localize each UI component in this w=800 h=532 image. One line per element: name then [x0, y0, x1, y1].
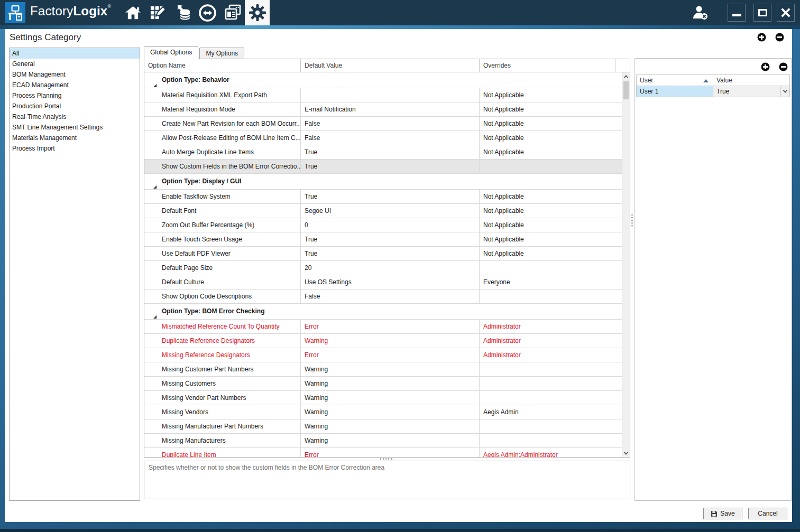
sidebar-item-materials-management[interactable]: Materials Management — [10, 133, 140, 143]
overrides-cell[interactable]: Not Applicable — [479, 131, 622, 145]
nav-settings-button[interactable] — [245, 0, 270, 25]
overrides-cell[interactable]: Not Applicable — [479, 218, 622, 232]
group-header-option-type-bom-error-checking[interactable]: ◢Option Type: BOM Error Checking — [144, 304, 622, 320]
group-header-option-type-display-gui[interactable]: ◢Option Type: Display / GUI — [144, 174, 622, 190]
overrides-cell[interactable]: Not Applicable — [479, 204, 622, 218]
default-value-cell[interactable]: 0 — [300, 218, 479, 232]
maximize-button[interactable] — [753, 4, 771, 22]
column-header-default-value[interactable]: Default Value — [300, 59, 479, 72]
option-name-cell[interactable]: Enable Taskflow System — [144, 190, 300, 203]
option-name-cell[interactable]: Material Requisition XML Export Path — [144, 88, 300, 102]
nav-data-import-button[interactable] — [170, 0, 195, 25]
option-name-cell[interactable]: Mismatched Reference Count To Quantity — [144, 320, 300, 333]
option-row-zoom-out-buffer-percentage[interactable]: Zoom Out Buffer Percentage (%)0Not Appli… — [144, 218, 622, 232]
option-row-missing-customer-part-numbers[interactable]: Missing Customer Part NumbersWarning — [144, 362, 622, 377]
default-value-cell[interactable] — [300, 88, 479, 102]
option-name-cell[interactable]: Zoom Out Buffer Percentage (%) — [144, 218, 300, 232]
option-row-missing-vendors[interactable]: Missing VendorsWarningAegis Admin — [144, 405, 622, 419]
option-row-use-default-pdf-viewer[interactable]: Use Default PDF ViewerTrueNot Applicable — [144, 247, 622, 261]
overrides-cell[interactable]: Not Applicable — [479, 232, 622, 246]
option-name-cell[interactable]: Duplicate Reference Designators — [144, 334, 300, 348]
option-row-missing-vendor-part-numbers[interactable]: Missing Vendor Part NumbersWarning — [144, 391, 622, 405]
scrollbar-thumb[interactable] — [623, 81, 629, 99]
default-value-cell[interactable]: True — [300, 145, 479, 159]
default-value-cell[interactable]: True — [300, 190, 479, 203]
default-value-cell[interactable]: E-mail Notification — [300, 102, 479, 116]
overrides-cell[interactable] — [479, 362, 622, 376]
user-override-row[interactable]: User 1 True — [636, 86, 790, 97]
option-name-cell[interactable]: Missing Manufacturers — [144, 434, 300, 447]
overrides-cell[interactable] — [479, 290, 622, 303]
option-name-cell[interactable]: Missing Vendor Part Numbers — [144, 391, 300, 405]
default-value-cell[interactable]: Warning — [300, 419, 479, 433]
remove-user-override-button[interactable] — [779, 62, 788, 71]
option-name-cell[interactable]: Allow Post-Release Editing of BOM Line I… — [144, 131, 300, 145]
default-value-cell[interactable]: Warning — [300, 377, 479, 390]
option-name-cell[interactable]: Show Custom Fields in the BOM Error Corr… — [144, 160, 300, 173]
sidebar-item-real-time-analysis[interactable]: Real-Time Analysis — [10, 111, 140, 122]
default-value-cell[interactable]: Warning — [300, 434, 479, 447]
default-value-cell[interactable]: False — [300, 131, 479, 145]
logout-user-button[interactable] — [691, 4, 709, 22]
option-name-cell[interactable]: Material Requisition Mode — [144, 102, 300, 116]
overrides-cell[interactable]: Administrator — [479, 334, 622, 348]
default-value-cell[interactable]: Warning — [300, 405, 479, 419]
option-name-cell[interactable]: Missing Reference Designators — [144, 348, 300, 362]
overrides-cell[interactable]: Not Applicable — [479, 145, 622, 159]
option-row-missing-reference-designators[interactable]: Missing Reference DesignatorsErrorAdmini… — [144, 348, 622, 362]
option-row-material-requisition-xml-export-path[interactable]: Material Requisition XML Export PathNot … — [144, 88, 622, 102]
overrides-cell[interactable]: Everyone — [479, 275, 622, 289]
default-value-cell[interactable]: True — [300, 160, 479, 173]
sidebar-item-all[interactable]: All — [10, 48, 140, 59]
minimize-button[interactable] — [728, 4, 746, 22]
nav-sync-button[interactable] — [195, 0, 220, 25]
sidebar-item-ecad-management[interactable]: ECAD Management — [10, 80, 140, 90]
option-name-cell[interactable]: Duplicate Line Item — [144, 448, 300, 457]
vertical-scrollbar[interactable] — [622, 72, 630, 457]
default-value-cell[interactable]: Use OS Settings — [300, 275, 479, 289]
default-value-cell[interactable]: Error — [300, 348, 479, 362]
option-row-duplicate-line-item[interactable]: Duplicate Line ItemErrorAegis Admin;Admi… — [144, 448, 622, 457]
default-value-cell[interactable]: Warning — [300, 391, 479, 405]
sidebar-item-smt-line-management-settings[interactable]: SMT Line Management Settings — [10, 122, 140, 133]
option-name-cell[interactable]: Missing Manufacturer Part Numbers — [144, 419, 300, 433]
overrides-cell[interactable] — [479, 419, 622, 433]
default-value-cell[interactable]: Error — [300, 448, 479, 457]
option-name-cell[interactable]: Missing Customer Part Numbers — [144, 362, 300, 376]
combobox-dropdown-button[interactable] — [780, 86, 789, 97]
option-name-cell[interactable]: Use Default PDF Viewer — [144, 247, 300, 260]
default-value-cell[interactable]: 20 — [300, 261, 479, 275]
option-row-mismatched-reference-count-to-quantity[interactable]: Mismatched Reference Count To QuantityEr… — [144, 320, 622, 334]
option-row-default-font[interactable]: Default FontSegoe UINot Applicable — [144, 204, 622, 218]
tab-my-options[interactable]: My Options — [199, 48, 244, 59]
add-user-override-button[interactable] — [761, 62, 770, 71]
sidebar-item-process-planning[interactable]: Process Planning — [10, 90, 140, 101]
overrides-cell[interactable]: Aegis Admin;Administrator — [479, 448, 622, 457]
group-expander-icon[interactable]: ◢ — [153, 78, 157, 93]
option-row-material-requisition-mode[interactable]: Material Requisition ModeE-mail Notifica… — [144, 102, 622, 117]
scroll-down-button[interactable] — [622, 449, 630, 457]
group-header-option-type-behavior[interactable]: ◢Option Type: Behavior — [144, 72, 622, 88]
nav-bom-edit-button[interactable] — [145, 0, 170, 25]
option-name-cell[interactable]: Default Page Size — [144, 261, 300, 275]
column-header-user[interactable]: User — [637, 75, 713, 86]
nav-reports-button[interactable] — [220, 0, 245, 25]
option-row-duplicate-reference-designators[interactable]: Duplicate Reference DesignatorsWarningAd… — [144, 334, 622, 348]
overrides-cell[interactable] — [479, 391, 622, 405]
cancel-button[interactable]: Cancel — [748, 508, 787, 519]
overrides-cell[interactable]: Not Applicable — [479, 117, 622, 130]
overrides-cell[interactable]: Not Applicable — [479, 102, 622, 116]
option-row-enable-taskflow-system[interactable]: Enable Taskflow SystemTrueNot Applicable — [144, 190, 622, 204]
add-override-button[interactable] — [757, 33, 766, 42]
column-header-option-name[interactable]: Option Name — [144, 59, 300, 72]
sidebar-item-bom-management[interactable]: BOM Management — [10, 69, 140, 80]
default-value-cell[interactable]: True — [300, 247, 479, 260]
option-row-show-option-code-descriptions[interactable]: Show Option Code DescriptionsFalse — [144, 290, 622, 304]
overrides-cell[interactable]: Not Applicable — [479, 88, 622, 102]
option-row-create-new-part-revision-for-each-bom-occurr[interactable]: Create New Part Revision for each BOM Oc… — [144, 117, 622, 131]
scroll-up-button[interactable] — [622, 72, 630, 80]
sidebar-item-production-portal[interactable]: Production Portal — [10, 101, 140, 111]
option-name-cell[interactable]: Default Font — [144, 204, 300, 218]
option-row-missing-manufacturer-part-numbers[interactable]: Missing Manufacturer Part NumbersWarning — [144, 419, 622, 434]
overrides-cell[interactable] — [479, 261, 622, 275]
